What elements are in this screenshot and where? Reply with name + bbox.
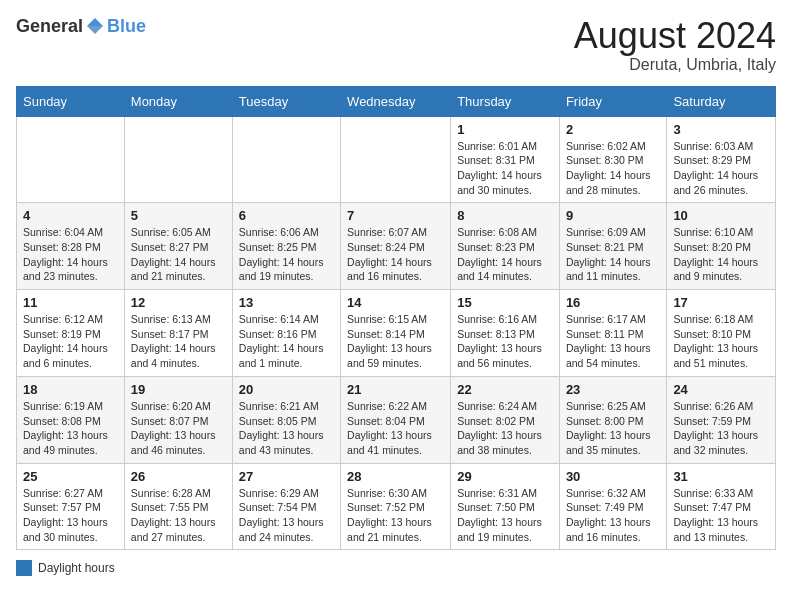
day-info: Sunrise: 6:19 AM Sunset: 8:08 PM Dayligh… <box>23 399 118 458</box>
calendar-cell: 9Sunrise: 6:09 AM Sunset: 8:21 PM Daylig… <box>559 203 667 290</box>
day-info: Sunrise: 6:09 AM Sunset: 8:21 PM Dayligh… <box>566 225 661 284</box>
day-info: Sunrise: 6:12 AM Sunset: 8:19 PM Dayligh… <box>23 312 118 371</box>
day-info: Sunrise: 6:03 AM Sunset: 8:29 PM Dayligh… <box>673 139 769 198</box>
day-number: 10 <box>673 208 769 223</box>
day-number: 23 <box>566 382 661 397</box>
calendar-cell: 28Sunrise: 6:30 AM Sunset: 7:52 PM Dayli… <box>341 463 451 550</box>
calendar-cell: 26Sunrise: 6:28 AM Sunset: 7:55 PM Dayli… <box>124 463 232 550</box>
day-info: Sunrise: 6:26 AM Sunset: 7:59 PM Dayligh… <box>673 399 769 458</box>
svg-marker-1 <box>87 26 103 34</box>
day-number: 12 <box>131 295 226 310</box>
calendar-cell: 23Sunrise: 6:25 AM Sunset: 8:00 PM Dayli… <box>559 376 667 463</box>
calendar-week-row: 1Sunrise: 6:01 AM Sunset: 8:31 PM Daylig… <box>17 116 776 203</box>
calendar-table: SundayMondayTuesdayWednesdayThursdayFrid… <box>16 86 776 551</box>
day-info: Sunrise: 6:32 AM Sunset: 7:49 PM Dayligh… <box>566 486 661 545</box>
logo: General Blue <box>16 16 146 37</box>
calendar-cell: 6Sunrise: 6:06 AM Sunset: 8:25 PM Daylig… <box>232 203 340 290</box>
calendar-cell: 21Sunrise: 6:22 AM Sunset: 8:04 PM Dayli… <box>341 376 451 463</box>
day-info: Sunrise: 6:30 AM Sunset: 7:52 PM Dayligh… <box>347 486 444 545</box>
calendar-cell: 24Sunrise: 6:26 AM Sunset: 7:59 PM Dayli… <box>667 376 776 463</box>
calendar-cell: 17Sunrise: 6:18 AM Sunset: 8:10 PM Dayli… <box>667 290 776 377</box>
calendar-cell: 13Sunrise: 6:14 AM Sunset: 8:16 PM Dayli… <box>232 290 340 377</box>
day-number: 16 <box>566 295 661 310</box>
calendar-cell: 31Sunrise: 6:33 AM Sunset: 7:47 PM Dayli… <box>667 463 776 550</box>
logo-blue: Blue <box>107 16 146 37</box>
calendar-cell: 16Sunrise: 6:17 AM Sunset: 8:11 PM Dayli… <box>559 290 667 377</box>
calendar-cell <box>17 116 125 203</box>
calendar-cell <box>124 116 232 203</box>
day-info: Sunrise: 6:16 AM Sunset: 8:13 PM Dayligh… <box>457 312 553 371</box>
calendar-cell: 1Sunrise: 6:01 AM Sunset: 8:31 PM Daylig… <box>451 116 560 203</box>
calendar-week-row: 18Sunrise: 6:19 AM Sunset: 8:08 PM Dayli… <box>17 376 776 463</box>
day-info: Sunrise: 6:29 AM Sunset: 7:54 PM Dayligh… <box>239 486 334 545</box>
day-info: Sunrise: 6:05 AM Sunset: 8:27 PM Dayligh… <box>131 225 226 284</box>
legend: Daylight hours <box>16 560 776 576</box>
calendar-week-row: 4Sunrise: 6:04 AM Sunset: 8:28 PM Daylig… <box>17 203 776 290</box>
day-number: 3 <box>673 122 769 137</box>
day-info: Sunrise: 6:14 AM Sunset: 8:16 PM Dayligh… <box>239 312 334 371</box>
calendar-cell: 22Sunrise: 6:24 AM Sunset: 8:02 PM Dayli… <box>451 376 560 463</box>
legend-color-box <box>16 560 32 576</box>
weekday-header-saturday: Saturday <box>667 86 776 116</box>
day-number: 9 <box>566 208 661 223</box>
weekday-header-friday: Friday <box>559 86 667 116</box>
day-number: 15 <box>457 295 553 310</box>
day-info: Sunrise: 6:21 AM Sunset: 8:05 PM Dayligh… <box>239 399 334 458</box>
legend-label: Daylight hours <box>38 561 115 575</box>
day-number: 31 <box>673 469 769 484</box>
day-info: Sunrise: 6:07 AM Sunset: 8:24 PM Dayligh… <box>347 225 444 284</box>
location-subtitle: Deruta, Umbria, Italy <box>574 56 776 74</box>
calendar-cell: 19Sunrise: 6:20 AM Sunset: 8:07 PM Dayli… <box>124 376 232 463</box>
day-info: Sunrise: 6:08 AM Sunset: 8:23 PM Dayligh… <box>457 225 553 284</box>
calendar-cell: 2Sunrise: 6:02 AM Sunset: 8:30 PM Daylig… <box>559 116 667 203</box>
calendar-cell: 27Sunrise: 6:29 AM Sunset: 7:54 PM Dayli… <box>232 463 340 550</box>
calendar-cell: 7Sunrise: 6:07 AM Sunset: 8:24 PM Daylig… <box>341 203 451 290</box>
day-info: Sunrise: 6:10 AM Sunset: 8:20 PM Dayligh… <box>673 225 769 284</box>
day-info: Sunrise: 6:24 AM Sunset: 8:02 PM Dayligh… <box>457 399 553 458</box>
calendar-cell: 25Sunrise: 6:27 AM Sunset: 7:57 PM Dayli… <box>17 463 125 550</box>
calendar-cell: 29Sunrise: 6:31 AM Sunset: 7:50 PM Dayli… <box>451 463 560 550</box>
weekday-header-tuesday: Tuesday <box>232 86 340 116</box>
day-info: Sunrise: 6:22 AM Sunset: 8:04 PM Dayligh… <box>347 399 444 458</box>
day-info: Sunrise: 6:02 AM Sunset: 8:30 PM Dayligh… <box>566 139 661 198</box>
weekday-header-wednesday: Wednesday <box>341 86 451 116</box>
day-number: 11 <box>23 295 118 310</box>
calendar-cell: 12Sunrise: 6:13 AM Sunset: 8:17 PM Dayli… <box>124 290 232 377</box>
calendar-cell: 10Sunrise: 6:10 AM Sunset: 8:20 PM Dayli… <box>667 203 776 290</box>
day-number: 5 <box>131 208 226 223</box>
day-info: Sunrise: 6:13 AM Sunset: 8:17 PM Dayligh… <box>131 312 226 371</box>
calendar-cell: 14Sunrise: 6:15 AM Sunset: 8:14 PM Dayli… <box>341 290 451 377</box>
day-number: 1 <box>457 122 553 137</box>
calendar-cell: 8Sunrise: 6:08 AM Sunset: 8:23 PM Daylig… <box>451 203 560 290</box>
svg-marker-0 <box>87 18 103 26</box>
day-number: 29 <box>457 469 553 484</box>
day-number: 18 <box>23 382 118 397</box>
calendar-cell: 4Sunrise: 6:04 AM Sunset: 8:28 PM Daylig… <box>17 203 125 290</box>
day-number: 17 <box>673 295 769 310</box>
day-number: 27 <box>239 469 334 484</box>
weekday-header-sunday: Sunday <box>17 86 125 116</box>
day-info: Sunrise: 6:18 AM Sunset: 8:10 PM Dayligh… <box>673 312 769 371</box>
day-info: Sunrise: 6:33 AM Sunset: 7:47 PM Dayligh… <box>673 486 769 545</box>
day-number: 26 <box>131 469 226 484</box>
day-info: Sunrise: 6:31 AM Sunset: 7:50 PM Dayligh… <box>457 486 553 545</box>
day-info: Sunrise: 6:27 AM Sunset: 7:57 PM Dayligh… <box>23 486 118 545</box>
calendar-cell: 5Sunrise: 6:05 AM Sunset: 8:27 PM Daylig… <box>124 203 232 290</box>
title-block: August 2024 Deruta, Umbria, Italy <box>574 16 776 74</box>
month-year-title: August 2024 <box>574 16 776 56</box>
weekday-header-thursday: Thursday <box>451 86 560 116</box>
day-number: 20 <box>239 382 334 397</box>
calendar-week-row: 25Sunrise: 6:27 AM Sunset: 7:57 PM Dayli… <box>17 463 776 550</box>
day-number: 7 <box>347 208 444 223</box>
day-info: Sunrise: 6:06 AM Sunset: 8:25 PM Dayligh… <box>239 225 334 284</box>
day-info: Sunrise: 6:01 AM Sunset: 8:31 PM Dayligh… <box>457 139 553 198</box>
calendar-cell: 11Sunrise: 6:12 AM Sunset: 8:19 PM Dayli… <box>17 290 125 377</box>
day-number: 24 <box>673 382 769 397</box>
calendar-week-row: 11Sunrise: 6:12 AM Sunset: 8:19 PM Dayli… <box>17 290 776 377</box>
day-info: Sunrise: 6:28 AM Sunset: 7:55 PM Dayligh… <box>131 486 226 545</box>
logo-general: General <box>16 16 83 37</box>
day-number: 6 <box>239 208 334 223</box>
day-number: 21 <box>347 382 444 397</box>
page-header: General Blue August 2024 Deruta, Umbria,… <box>16 16 776 74</box>
day-number: 30 <box>566 469 661 484</box>
